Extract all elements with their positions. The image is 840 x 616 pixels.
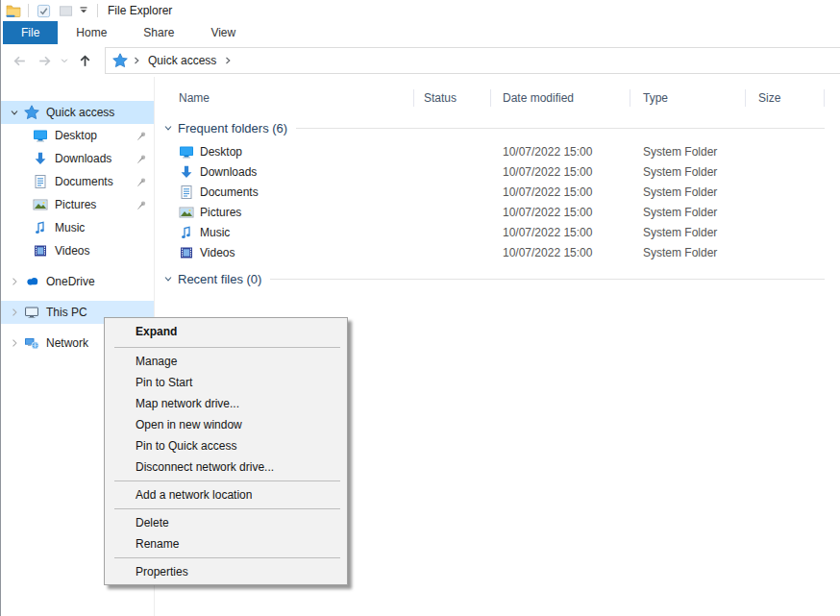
chevron-down-icon[interactable]	[9, 107, 24, 118]
file-name-cell: Music	[155, 222, 414, 242]
sidebar-item-label: OneDrive	[46, 275, 154, 288]
file-size	[746, 161, 825, 182]
file-size	[746, 222, 825, 242]
documents-icon	[179, 185, 194, 200]
ribbon-tab-bar: FileHomeShareView	[1, 21, 840, 44]
sidebar-item-label: Music	[55, 221, 154, 234]
chevron-down-icon[interactable]	[162, 122, 176, 134]
qat-new-folder-icon[interactable]	[58, 3, 73, 18]
menu-item-delete[interactable]: Delete	[105, 512, 347, 533]
sidebar-item-pictures[interactable]: Pictures	[1, 193, 154, 216]
this-pc-icon	[24, 305, 40, 320]
nav-recent-dropdown-icon[interactable]	[57, 48, 72, 73]
file-row-desktop[interactable]: Desktop10/07/2022 15:00System Folder	[155, 141, 840, 161]
app-folder-icon	[6, 3, 21, 18]
qat-customize-chevron-icon[interactable]	[77, 3, 90, 18]
quick-access-star-icon	[24, 105, 40, 120]
file-type: System Folder	[630, 242, 746, 262]
file-type: System Folder	[630, 202, 746, 222]
column-header-name[interactable]: Name	[155, 85, 414, 111]
downloads-icon	[33, 151, 49, 166]
breadcrumb-chevron-icon[interactable]	[131, 55, 142, 66]
group-header-recent-files-0[interactable]: Recent files (0)	[155, 268, 840, 289]
file-name: Downloads	[200, 165, 257, 179]
network-icon	[24, 335, 40, 351]
tab-share[interactable]: Share	[125, 21, 192, 44]
downloads-icon	[179, 164, 194, 180]
file-name: Documents	[200, 185, 259, 199]
column-header-type[interactable]: Type	[630, 85, 746, 111]
sidebar-item-videos[interactable]: Videos	[1, 239, 154, 262]
group-header-label: Frequent folders (6)	[178, 121, 287, 136]
chevron-right-icon[interactable]	[9, 276, 24, 287]
sidebar-item-desktop[interactable]: Desktop	[1, 124, 154, 147]
nav-up-icon[interactable]	[72, 48, 97, 73]
file-row-documents[interactable]: Documents10/07/2022 15:00System Folder	[155, 182, 840, 202]
pictures-icon	[179, 205, 194, 220]
tab-home[interactable]: Home	[58, 21, 125, 44]
menu-item-rename[interactable]: Rename	[105, 533, 347, 554]
tab-view[interactable]: View	[192, 21, 254, 44]
breadcrumb-segment[interactable]: Quick access	[145, 54, 219, 67]
file-name-cell: Videos	[155, 242, 414, 262]
group-header-label: Recent files (0)	[178, 272, 261, 286]
file-status	[414, 222, 491, 242]
column-header-size[interactable]: Size	[746, 85, 825, 111]
menu-item-properties[interactable]: Properties	[105, 561, 347, 582]
file-size	[746, 242, 825, 262]
menu-separator	[114, 557, 340, 558]
menu-item-pin-to-start[interactable]: Pin to Start	[105, 372, 347, 393]
chevron-right-icon[interactable]	[9, 337, 24, 349]
sidebar-item-quick-access[interactable]: Quick access	[1, 101, 154, 124]
file-list: Frequent folders (6)Desktop10/07/2022 15…	[155, 117, 840, 289]
breadcrumb-chevron-icon[interactable]	[222, 55, 234, 66]
nav-forward-icon[interactable]	[32, 48, 57, 73]
this-pc-context-menu: ExpandManagePin to StartMap network driv…	[104, 317, 348, 585]
qat-properties-icon[interactable]	[36, 3, 51, 18]
menu-item-disconnect-network-drive[interactable]: Disconnect network drive...	[105, 456, 347, 478]
pin-icon	[136, 153, 148, 165]
file-type: System Folder	[630, 161, 746, 182]
nav-back-icon[interactable]	[7, 48, 32, 73]
file-size	[746, 141, 825, 161]
sidebar-item-label: Documents	[55, 175, 136, 188]
menu-item-expand[interactable]: Expand	[105, 320, 347, 344]
file-row-downloads[interactable]: Downloads10/07/2022 15:00System Folder	[155, 161, 840, 182]
file-name-cell: Downloads	[155, 161, 414, 182]
menu-item-map-network-drive[interactable]: Map network drive...	[105, 393, 347, 414]
onedrive-icon	[24, 274, 40, 289]
music-icon	[33, 220, 49, 235]
sidebar-item-documents[interactable]: Documents	[1, 170, 154, 193]
menu-item-add-a-network-location[interactable]: Add a network location	[105, 484, 347, 505]
sidebar-item-music[interactable]: Music	[1, 216, 154, 239]
title-separator	[97, 4, 98, 17]
sidebar-item-label: Pictures	[55, 198, 136, 211]
videos-icon	[33, 243, 49, 259]
menu-item-manage[interactable]: Manage	[105, 351, 347, 372]
chevron-right-icon[interactable]	[9, 307, 24, 318]
menu-item-open-in-new-window[interactable]: Open in new window	[105, 414, 347, 435]
address-bar[interactable]: Quick access	[105, 47, 840, 74]
sidebar-item-onedrive[interactable]: OneDrive	[1, 270, 154, 293]
file-date-modified: 10/07/2022 15:00	[491, 222, 630, 242]
file-row-pictures[interactable]: Pictures10/07/2022 15:00System Folder	[155, 202, 840, 222]
file-type: System Folder	[630, 141, 746, 161]
tab-file[interactable]: File	[3, 21, 58, 44]
file-date-modified: 10/07/2022 15:00	[491, 242, 630, 262]
column-header-status[interactable]: Status	[414, 85, 491, 111]
file-row-music[interactable]: Music10/07/2022 15:00System Folder	[155, 222, 840, 242]
menu-separator	[114, 480, 340, 481]
file-size	[746, 182, 825, 202]
file-date-modified: 10/07/2022 15:00	[491, 161, 630, 182]
chevron-down-icon[interactable]	[162, 273, 176, 284]
title-bar: File Explorer	[1, 0, 840, 21]
file-name: Music	[200, 226, 230, 239]
menu-separator	[114, 508, 340, 509]
menu-item-pin-to-quick-access[interactable]: Pin to Quick access	[105, 435, 347, 456]
file-status	[414, 161, 491, 182]
file-row-videos[interactable]: Videos10/07/2022 15:00System Folder	[155, 242, 840, 262]
sidebar-item-downloads[interactable]: Downloads	[1, 147, 154, 170]
desktop-icon	[33, 128, 49, 143]
group-header-frequent-folders-6[interactable]: Frequent folders (6)	[155, 117, 840, 138]
column-header-date-modified[interactable]: Date modified	[491, 85, 630, 111]
